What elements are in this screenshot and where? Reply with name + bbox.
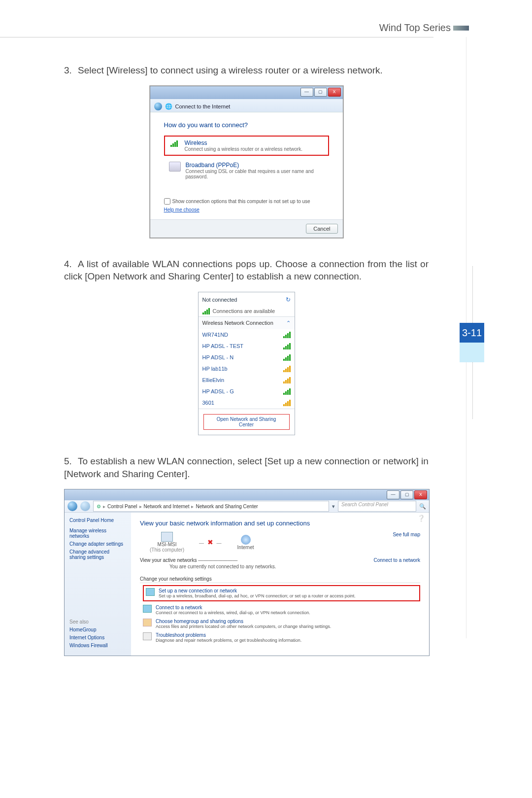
step-3: 3.Select [Wireless] to connect using a w… <box>64 64 429 77</box>
task-subtitle: Diagnose and repair network problems, or… <box>156 638 301 643</box>
breadcrumb-text: Connect to the Internet <box>175 104 231 109</box>
crumb: Control Panel <box>107 504 137 509</box>
task-troubleshoot[interactable]: Troubleshoot problemsDiagnose and repair… <box>143 632 420 643</box>
network-name: HP lab11b <box>202 366 228 372</box>
network-item[interactable]: HP ADSL - G <box>199 386 295 397</box>
signal-icon <box>283 366 291 372</box>
show-options-label: Show connection options that this comput… <box>172 199 310 204</box>
task-connect-network[interactable]: Connect to a networkConnect or reconnect… <box>143 605 420 615</box>
page-number-tab-shadow <box>460 343 484 362</box>
network-item[interactable]: 3601 <box>199 397 295 409</box>
sidebar-link[interactable]: Internet Options <box>69 635 126 640</box>
connect-to-network-link[interactable]: Connect to a network <box>374 557 421 563</box>
step-5: 5.To establish a new WLAN connection, se… <box>64 455 429 480</box>
disconnect-icon: ✖ <box>207 538 214 546</box>
margin-dots <box>472 266 473 323</box>
available-label: Connections are available <box>213 308 275 314</box>
globe-icon <box>241 535 251 545</box>
step-4: 4.A list of available WLAN connections p… <box>64 258 429 283</box>
network-name: HP ADSL - N <box>202 354 234 360</box>
maximize-button[interactable]: ▢ <box>400 490 413 499</box>
network-name: HP ADSL - G <box>202 388 234 394</box>
maximize-button[interactable]: ▢ <box>314 88 327 97</box>
wlan-flyout: Not connected ↻ Connections are availabl… <box>198 292 295 435</box>
connect-internet-dialog: — ▢ X 🌐 Connect to the Internet How do y… <box>150 86 343 238</box>
option-wireless[interactable]: Wireless Connect using a wireless router… <box>164 136 329 156</box>
signal-icon <box>283 354 291 361</box>
back-icon[interactable] <box>154 103 162 110</box>
modem-icon <box>169 162 181 172</box>
help-icon[interactable]: ❔ <box>417 515 425 522</box>
see-also-label: See also <box>69 619 126 625</box>
network-sharing-center-window: — ▢ X ⚙ ▸ Control Panel▸ Network and Int… <box>64 489 430 656</box>
task-icon <box>143 605 152 613</box>
task-icon <box>143 632 152 640</box>
step-number: 5. <box>64 455 78 468</box>
network-item[interactable]: HP ADSL - TEST <box>199 341 295 352</box>
network-item[interactable]: WR741ND <box>199 329 295 341</box>
signal-icon <box>283 400 291 406</box>
see-full-map-link[interactable]: See full map <box>393 532 420 537</box>
option-pppoe[interactable]: Broadband (PPPoE) Connect using DSL or c… <box>164 158 329 183</box>
page-number-tab: 3-11 <box>460 323 484 343</box>
task-setup-connection[interactable]: Set up a new connection or networkSet up… <box>143 585 420 601</box>
search-input[interactable]: Search Control Panel <box>338 501 416 512</box>
open-network-sharing-link[interactable]: Open Network and Sharing Center <box>203 414 290 430</box>
signal-icon <box>283 343 291 349</box>
node-label: Internet <box>237 545 254 550</box>
crumb: Network and Internet <box>144 504 190 509</box>
task-subtitle: Access files and printers located on oth… <box>156 624 331 629</box>
window-titlebar: — ▢ X <box>65 489 429 500</box>
task-icon <box>146 588 155 596</box>
crumb: Network and Sharing Center <box>196 504 258 509</box>
node-label: MSI-MSI <box>150 542 184 547</box>
sidebar-home[interactable]: Control Panel Home <box>69 518 126 523</box>
network-name: EllieElvin <box>202 377 225 383</box>
option-title: Broadband (PPPoE) <box>186 162 324 169</box>
header-accent <box>453 26 469 31</box>
close-button[interactable]: X <box>414 490 427 499</box>
network-item[interactable]: HP ADSL - N <box>199 352 295 363</box>
section-label: Wireless Network Connection <box>202 320 273 326</box>
change-settings-heading: Change your networking settings <box>140 576 420 583</box>
node-sublabel: (This computer) <box>150 547 184 553</box>
chevron-up-icon[interactable]: ⌃ <box>286 320 291 326</box>
show-options-checkbox[interactable] <box>164 198 170 205</box>
sidebar-link[interactable]: Manage wireless networks <box>69 528 126 539</box>
window-breadcrumb: 🌐 Connect to the Internet <box>150 99 343 112</box>
main-heading: View your basic network information and … <box>140 520 420 527</box>
step-text: A list of available WLAN connections pop… <box>64 259 429 282</box>
header-rule <box>0 37 433 37</box>
wifi-icon <box>202 308 210 314</box>
network-item[interactable]: HP lab11b <box>199 363 295 375</box>
sidebar-link[interactable]: Windows Firewall <box>69 643 126 648</box>
refresh-icon[interactable]: ↻ <box>286 296 291 303</box>
sidebar-link[interactable]: Change adapter settings <box>69 541 126 547</box>
address-bar[interactable]: ⚙ ▸ Control Panel▸ Network and Internet▸… <box>93 501 329 512</box>
sidebar-link[interactable]: Change advanced sharing settings <box>69 549 126 560</box>
pc-icon <box>161 532 173 542</box>
help-me-choose-link[interactable]: Help me choose <box>164 207 200 212</box>
window-titlebar: — ▢ X <box>150 86 343 99</box>
search-icon[interactable]: 🔍 <box>419 503 426 510</box>
page-header-title: Wind Top Series <box>379 22 451 34</box>
network-item[interactable]: EllieElvin <box>199 375 295 386</box>
network-name: WR741ND <box>202 332 229 338</box>
forward-icon[interactable] <box>80 501 90 511</box>
signal-icon <box>283 388 291 395</box>
cancel-button[interactable]: Cancel <box>306 224 337 234</box>
minimize-button[interactable]: — <box>300 88 313 97</box>
back-icon[interactable] <box>67 501 77 511</box>
option-subtitle: Connect using a wireless router or a wir… <box>185 146 303 152</box>
network-name: 3601 <box>202 400 214 406</box>
minimize-button[interactable]: — <box>387 490 399 499</box>
close-button[interactable]: X <box>328 88 341 97</box>
step-number: 3. <box>64 64 78 77</box>
task-homegroup[interactable]: Choose homegroup and sharing optionsAcce… <box>143 619 420 629</box>
step-text: To establish a new WLAN connection, sele… <box>64 456 429 479</box>
dialog-question: How do you want to connect? <box>164 121 329 129</box>
network-name: HP ADSL - TEST <box>202 343 244 349</box>
task-icon <box>143 619 152 626</box>
sidebar-link[interactable]: HomeGroup <box>69 627 126 632</box>
step-text: Select [Wireless] to connect using a wir… <box>78 65 383 75</box>
